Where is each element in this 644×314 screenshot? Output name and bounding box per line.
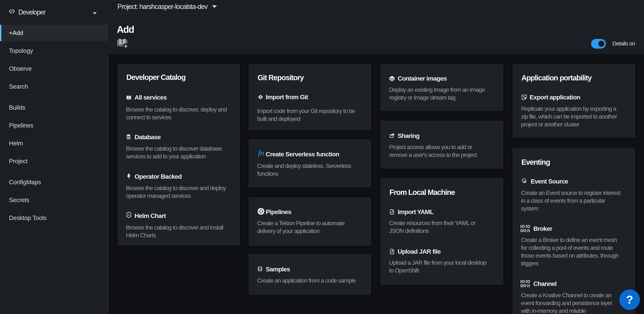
svg-text:HELM: HELM xyxy=(126,214,131,216)
